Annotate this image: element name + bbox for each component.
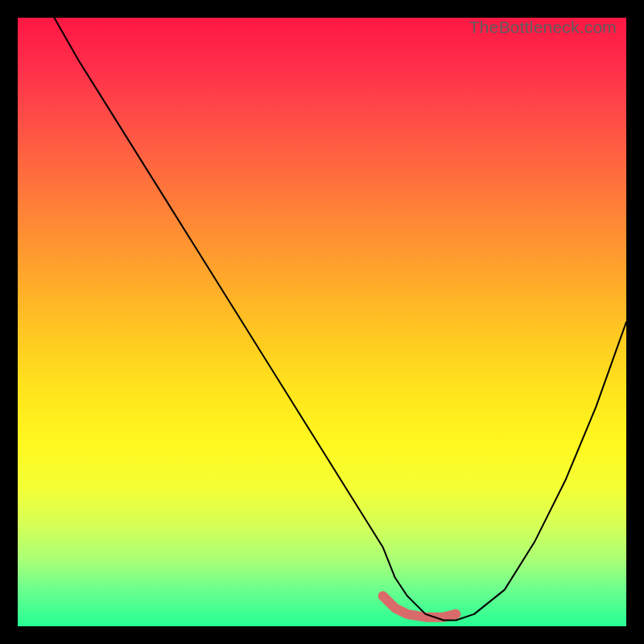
bottleneck-plot bbox=[18, 18, 626, 626]
optimal-zone-line bbox=[383, 596, 456, 617]
watermark-text: TheBottleneck.com bbox=[469, 18, 617, 37]
bottleneck-curve-line bbox=[54, 18, 626, 620]
chart-area: TheBottleneck.com bbox=[18, 18, 626, 626]
